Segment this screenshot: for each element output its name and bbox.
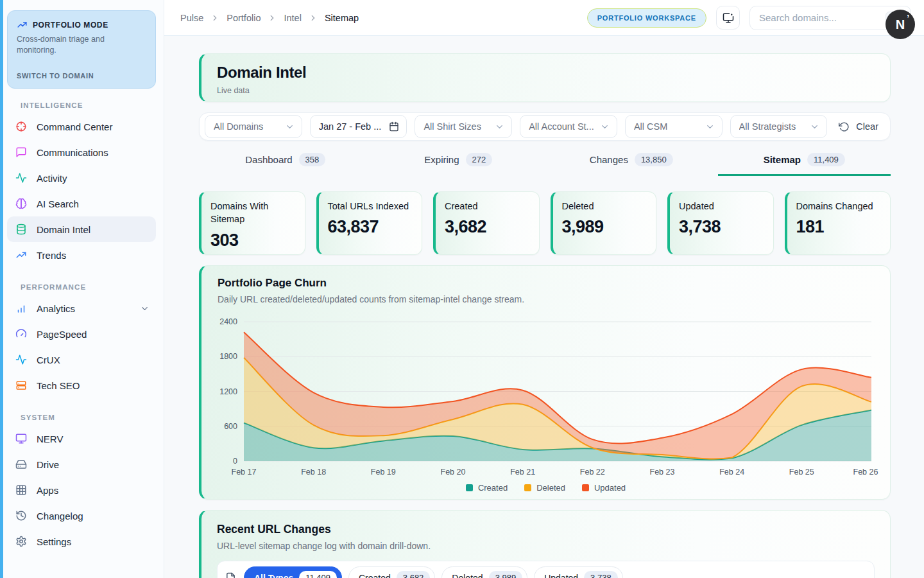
sidebar-item-drive[interactable]: Drive <box>7 451 156 477</box>
filter-jan-27-feb-[interactable]: Jan 27 - Feb ... <box>310 115 407 138</box>
svg-text:Feb 22: Feb 22 <box>580 468 605 477</box>
type-pill-updated[interactable]: Updated3,738 <box>534 566 622 578</box>
portfolio-mode-card[interactable]: PORTFOLIO MODE Cross-domain triage and m… <box>7 10 156 89</box>
pill-label: All Types <box>254 573 293 578</box>
breadcrumb-portfolio[interactable]: Portfolio <box>227 13 261 23</box>
type-pill-created[interactable]: Created3,682 <box>348 566 435 578</box>
activity-icon <box>15 354 27 365</box>
clear-filters[interactable]: Clear <box>835 121 885 132</box>
stat-value: 3,738 <box>679 217 764 237</box>
recent-subtitle: URL-level sitemap change log with domain… <box>217 541 875 551</box>
filter-all-shirt-sizes[interactable]: All Shirt Sizes <box>415 115 512 138</box>
sidebar-item-ai-search[interactable]: AI Search <box>7 191 156 216</box>
legend-item-created: Created <box>466 483 508 493</box>
svg-text:0: 0 <box>233 457 237 466</box>
crosshair-icon <box>15 121 27 132</box>
sidebar-item-command-center[interactable]: Command Center <box>7 114 156 139</box>
legend-swatch <box>524 484 531 491</box>
main-area: PulsePortfolioIntelSitemap PORTFOLIO WOR… <box>164 0 924 578</box>
calendar-icon <box>389 121 399 132</box>
svg-text:Feb 21: Feb 21 <box>510 468 535 477</box>
stat-value: 63,837 <box>328 217 413 237</box>
sidebar-item-label: Activity <box>37 173 67 184</box>
switch-to-domain-button[interactable]: SWITCH TO DOMAIN <box>17 72 146 80</box>
chevron-right-icon <box>210 13 219 22</box>
recent-title: Recent URL Changes <box>217 523 875 536</box>
sidebar-item-label: NERV <box>37 434 63 444</box>
section-label-intelligence: INTELLIGENCE <box>21 101 164 109</box>
trend-up-icon <box>17 19 28 30</box>
portfolio-mode-label: PORTFOLIO MODE <box>33 21 108 30</box>
svg-text:Feb 24: Feb 24 <box>719 468 744 477</box>
chart-legend: CreatedDeletedUpdated <box>212 483 880 493</box>
svg-text:600: 600 <box>224 422 237 431</box>
settings-icon <box>15 536 27 547</box>
sidebar-item-label: Trends <box>37 250 66 261</box>
hard-drive-icon <box>15 459 27 470</box>
svg-text:2400: 2400 <box>219 317 237 326</box>
top-header: PulsePortfolioIntelSitemap PORTFOLIO WOR… <box>164 0 924 36</box>
sidebar-item-analytics[interactable]: Analytics <box>7 295 156 321</box>
filter-all-account-st-[interactable]: All Account St... <box>520 115 617 138</box>
live-data-label: Live data <box>217 86 875 95</box>
sidebar-item-communications[interactable]: Communications <box>7 139 156 165</box>
display-button[interactable] <box>716 6 740 30</box>
filter-label: All Account St... <box>529 121 595 132</box>
avatar[interactable]: N <box>886 10 915 39</box>
sidebar-item-label: Domain Intel <box>37 224 90 235</box>
breadcrumb-intel[interactable]: Intel <box>284 13 301 23</box>
chart-subtitle: Daily URL created/deleted/updated counts… <box>218 294 880 304</box>
sidebar-item-apps[interactable]: Apps <box>7 477 156 503</box>
search-input[interactable] <box>759 12 886 23</box>
section-label-system: SYSTEM <box>21 414 164 421</box>
tab-changes[interactable]: Changes13,850 <box>545 150 718 176</box>
stat-card-domains-changed: Domains Changed181 <box>785 191 891 255</box>
sidebar-item-label: Settings <box>37 536 71 547</box>
svg-text:1200: 1200 <box>219 387 237 396</box>
sidebar-item-label: Command Center <box>37 121 112 132</box>
pill-label: Updated <box>544 573 578 578</box>
pill-label: Deleted <box>452 573 483 578</box>
gauge-icon <box>15 328 27 340</box>
type-pill-deleted[interactable]: Deleted3,989 <box>441 566 527 578</box>
tab-dashboard[interactable]: Dashboard358 <box>199 150 372 176</box>
portfolio-mode-title: PORTFOLIO MODE <box>17 19 146 30</box>
tab-sitemap[interactable]: Sitemap11,409 <box>718 150 891 176</box>
grid-icon <box>15 484 27 496</box>
filter-all-csm[interactable]: All CSM <box>625 115 723 138</box>
stat-label: Created <box>445 200 530 213</box>
workspace-badge: PORTFOLIO WORKSPACE <box>587 8 706 28</box>
sidebar-item-changelog[interactable]: Changelog <box>7 503 156 529</box>
filter-all-domains[interactable]: All Domains <box>205 115 302 138</box>
stat-card-updated: Updated3,738 <box>667 191 774 255</box>
monitor-dot-icon <box>723 12 734 24</box>
sidebar-item-nerv[interactable]: NERV <box>7 426 156 451</box>
sidebar-item-tech-seo[interactable]: Tech SEO <box>7 372 156 398</box>
tab-count-badge: 11,409 <box>807 153 845 166</box>
sidebar-item-domain-intel[interactable]: Domain Intel <box>7 216 156 242</box>
legend-item-deleted: Deleted <box>524 483 565 493</box>
clear-label: Clear <box>856 121 878 132</box>
sidebar-item-label: Communications <box>37 147 108 158</box>
tab-expiring[interactable]: Expiring272 <box>372 150 545 176</box>
sidebar-item-settings[interactable]: Settings <box>7 529 156 554</box>
sidebar-item-crux[interactable]: CrUX <box>7 347 156 372</box>
stat-label: Total URLs Indexed <box>328 200 413 213</box>
sidebar-item-activity[interactable]: Activity <box>7 165 156 191</box>
chart-title: Portfolio Page Churn <box>218 277 880 290</box>
breadcrumb-pulse[interactable]: Pulse <box>180 13 203 23</box>
legend-label: Created <box>478 483 508 493</box>
legend-label: Deleted <box>536 483 565 493</box>
pill-count: 3,682 <box>397 571 431 578</box>
chevron-down-icon <box>705 122 715 132</box>
pill-count: 3,989 <box>489 571 523 578</box>
tab-label: Sitemap <box>764 154 801 165</box>
sidebar-item-trends[interactable]: Trends <box>7 242 156 268</box>
filter-all-strategists[interactable]: All Strategists <box>730 115 828 138</box>
type-pill-all-types[interactable]: All Types11,409 <box>244 566 342 578</box>
stat-value: 3,989 <box>562 217 647 237</box>
stat-value: 303 <box>210 231 296 250</box>
svg-text:Feb 20: Feb 20 <box>441 468 466 477</box>
avatar-initial: N <box>896 17 905 32</box>
sidebar-item-pagespeed[interactable]: PageSpeed <box>7 321 156 347</box>
